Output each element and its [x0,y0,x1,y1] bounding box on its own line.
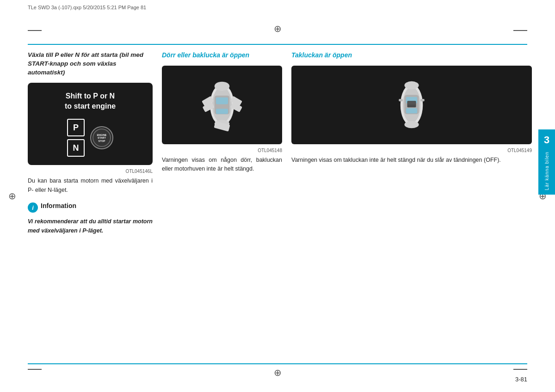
svg-rect-18 [407,101,415,104]
decorative-line-top-left [28,30,42,31]
car-sunroof-svg [391,75,432,135]
bottom-divider-line [28,363,527,364]
engine-start-button: ENGINE START STOP [90,126,113,149]
left-section-title: Växla till P eller N för att starta (bil… [28,51,153,77]
crosshair-bottom-center: ⊕ [274,367,282,378]
svg-point-20 [404,121,419,128]
shift-display-panel: Shift to P or N to start engine P N ENGI… [28,83,153,165]
chapter-label: Lär känna bilen [544,152,549,190]
crosshair-top-center: ⊕ [274,23,282,34]
header-bar: TLe SWD 3a (-107).qxp 5/20/2015 5:21 PM … [28,5,527,10]
engine-start-text: ENGINE START STOP [97,134,106,143]
information-box: i Information [28,202,153,213]
middle-otl-code: OTL045148 [162,148,282,153]
crosshair-left-mid: ⊕ [8,190,16,202]
decorative-line-top-right [513,30,527,31]
sunroof-panel [291,66,532,144]
svg-point-19 [404,81,419,89]
svg-rect-22 [420,99,425,101]
file-info: TLe SWD 3a (-107).qxp 5/20/2015 5:21 PM … [28,5,146,10]
svg-rect-3 [216,97,228,104]
svg-rect-4 [216,109,228,114]
middle-body-text: Varningen visas om någon dörr, bakluckan… [162,156,282,174]
col-middle: Dörr eller baklucka är öppen [162,51,291,360]
shift-text: Shift to P or N to start engine [65,91,116,112]
engine-start-inner: ENGINE START STOP [92,129,111,147]
svg-point-5 [215,81,230,91]
col-right: Takluckan är öppen [291,51,532,360]
chapter-tab: 3 Lär känna bilen [538,129,555,195]
chapter-number: 3 [544,134,549,146]
n-button: N [67,139,85,157]
top-divider-line [28,44,527,45]
right-section-title: Takluckan är öppen [291,51,532,60]
p-button: P [67,119,85,136]
car-doors-open-svg [197,75,247,135]
decorative-line-bottom-left [28,369,42,370]
left-body-text: Du kan bara starta motorn med växelvälja… [28,177,153,195]
main-content: Växla till P eller N för att starta (bil… [28,51,532,360]
page-number: 3-81 [515,376,527,383]
door-open-panel [162,66,282,144]
col-left: Växla till P eller N för att starta (bil… [28,51,162,360]
svg-rect-21 [399,99,403,101]
left-otl-code: OTL045146L [28,169,153,174]
right-body-text: Varningen visas om takluckan inte är hel… [291,156,532,165]
info-icon: i [28,202,38,213]
middle-section-title: Dörr eller baklucka är öppen [162,51,282,60]
info-body-text: Vi rekommenderar att du alltid startar m… [28,217,153,235]
right-otl-code: OTL045149 [291,148,532,153]
shift-buttons-row: P N ENGINE START STOP [67,119,113,157]
decorative-line-bottom-right [513,369,527,370]
svg-rect-16 [406,108,417,113]
info-label: Information [41,202,76,209]
